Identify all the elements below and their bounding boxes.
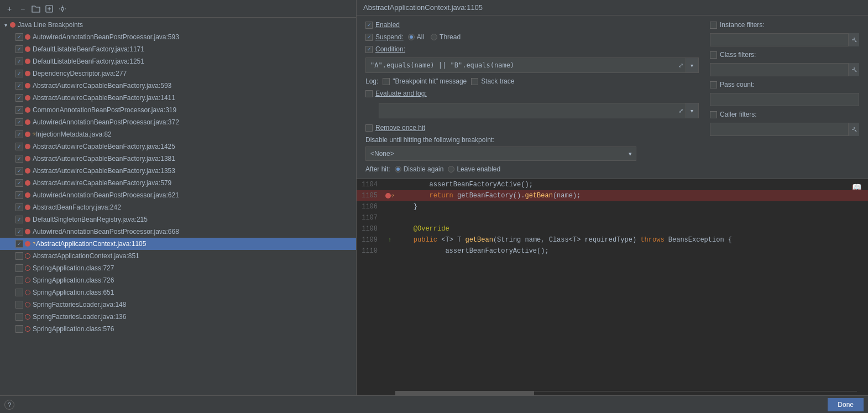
breakpoint-hit-label[interactable]: "Breakpoint hit" message — [383, 77, 467, 85]
tree-item-checkbox[interactable]: ✓ — [15, 118, 23, 126]
evaluate-checkbox[interactable] — [365, 90, 373, 97]
stack-trace-checkbox[interactable] — [471, 78, 478, 85]
condition-checkbox[interactable]: ✓ — [365, 46, 373, 53]
caller-filter-input[interactable] — [710, 123, 859, 136]
tree-item-checkbox[interactable]: ✓ — [15, 33, 23, 41]
tree-item[interactable]: ✓AbstractBeanFactory.java:242 — [0, 201, 356, 213]
tree-item-checkbox[interactable]: ✓ — [15, 82, 23, 90]
class-filter-input[interactable] — [710, 63, 859, 76]
enabled-checkbox[interactable]: ✓ — [365, 22, 373, 29]
caller-filter-checkbox[interactable] — [710, 111, 717, 118]
tree-item-checkbox[interactable]: ✓ — [15, 191, 23, 199]
tree-item-checkbox[interactable] — [15, 301, 23, 309]
tree-item[interactable]: ✓AbstractAutowireCapableBeanFactory.java… — [0, 153, 356, 165]
tree-item-checkbox[interactable]: ✓ — [15, 57, 23, 65]
condition-expand-button[interactable]: ⤢ — [678, 62, 683, 69]
help-button[interactable]: ? — [4, 400, 14, 410]
tree-item-checkbox[interactable]: ✓ — [15, 216, 23, 223]
tree-item[interactable]: AbstractApplicationContext.java:851 — [0, 250, 356, 262]
tree-item[interactable]: ✓CommonAnnotationBeanPostProcessor.java:… — [0, 104, 356, 116]
disable-again-label[interactable]: Disable again — [395, 165, 444, 173]
suspend-checkbox-label[interactable]: ✓ Suspend: — [365, 33, 404, 41]
breakpoint-hit-checkbox[interactable] — [383, 78, 390, 85]
tree-item[interactable]: SpringApplication.class:726 — [0, 274, 356, 286]
pass-count-input[interactable] — [710, 93, 859, 106]
tree-item[interactable]: ✓AutowiredAnnotationBeanPostProcessor.ja… — [0, 116, 356, 128]
disable-again-radio[interactable] — [395, 166, 401, 172]
tree-item-checkbox[interactable]: ✓ — [15, 70, 23, 77]
tree-item-checkbox[interactable] — [15, 264, 23, 272]
disable-select[interactable]: <None> — [365, 147, 636, 161]
caller-filter-button[interactable] — [848, 123, 859, 136]
tree-item[interactable]: ✓AbstractAutowireCapableBeanFactory.java… — [0, 177, 356, 189]
tree-item-checkbox[interactable]: ✓ — [15, 167, 23, 175]
leave-enabled-label[interactable]: Leave enabled — [448, 165, 500, 173]
tree-item[interactable]: ✓DefaultListableBeanFactory.java:1251 — [0, 55, 356, 67]
tree-item[interactable]: ✓AbstractAutowireCapableBeanFactory.java… — [0, 165, 356, 177]
tree-item[interactable]: SpringApplication.class:727 — [0, 262, 356, 274]
instance-filter-checkbox-label[interactable]: Instance filters: — [710, 21, 765, 29]
enabled-checkbox-label[interactable]: ✓ Enabled — [365, 21, 400, 29]
tree-item[interactable]: SpringFactoriesLoader.java:136 — [0, 311, 356, 323]
settings-button[interactable] — [57, 4, 67, 14]
folder-button[interactable] — [31, 4, 41, 14]
tree-item-checkbox[interactable] — [15, 252, 23, 260]
tree-item-checkbox[interactable]: ✓ — [15, 130, 23, 138]
tree-item-checkbox[interactable]: ✓ — [15, 45, 23, 53]
add-button[interactable]: + — [4, 4, 14, 14]
tree-item-checkbox[interactable]: ✓ — [15, 94, 23, 102]
leave-enabled-radio[interactable] — [448, 166, 454, 172]
tree-item-checkbox[interactable] — [15, 276, 23, 284]
tree-item[interactable]: SpringApplication.class:576 — [0, 323, 356, 335]
instance-filter-input[interactable] — [710, 33, 859, 46]
thread-radio-label[interactable]: Thread — [431, 33, 461, 41]
tree-item-checkbox[interactable]: ✓ — [15, 240, 23, 248]
evaluate-expand-button[interactable]: ⤢ — [678, 107, 683, 114]
tree-root-item[interactable]: ▾ Java Line Breakpoints — [0, 19, 356, 31]
tree-item[interactable]: SpringApplication.class:651 — [0, 286, 356, 299]
tree-item[interactable]: ✓DefaultSingletonBeanRegistry.java:215 — [0, 213, 356, 226]
tree-item-checkbox[interactable]: ✓ — [15, 203, 23, 211]
remove-once-checkbox[interactable] — [365, 124, 373, 132]
tree-item[interactable]: ✓DefaultListableBeanFactory.java:1171 — [0, 43, 356, 55]
evaluate-dropdown-button[interactable]: ▾ — [686, 103, 698, 118]
tree-item[interactable]: ✓AbstractAutowireCapableBeanFactory.java… — [0, 140, 356, 153]
evaluate-input[interactable] — [379, 103, 699, 118]
suspend-checkbox[interactable]: ✓ — [365, 34, 373, 41]
tree-item[interactable]: ✓AbstractAutowireCapableBeanFactory.java… — [0, 92, 356, 104]
class-filter-checkbox-label[interactable]: Class filters: — [710, 51, 756, 59]
class-filter-checkbox[interactable] — [710, 51, 717, 59]
pass-count-checkbox-label[interactable]: Pass count: — [710, 81, 755, 88]
tree-item[interactable]: ✓?InjectionMetadata.java:82 — [0, 128, 356, 140]
tree-item-checkbox[interactable]: ✓ — [15, 179, 23, 187]
tree-item-checkbox[interactable] — [15, 289, 23, 296]
class-filter-button[interactable] — [848, 63, 859, 76]
all-radio-label[interactable]: All — [408, 33, 424, 41]
tree-item-checkbox[interactable]: ✓ — [15, 228, 23, 236]
tree-item[interactable]: ✓DependencyDescriptor.java:277 — [0, 67, 356, 80]
tree-item-checkbox[interactable]: ✓ — [15, 106, 23, 114]
done-button[interactable]: Done — [828, 398, 864, 411]
instance-filter-checkbox[interactable] — [710, 22, 717, 29]
remove-once-checkbox-label[interactable]: Remove once hit — [365, 124, 425, 132]
tree-item[interactable]: ✓AutowiredAnnotationBeanPostProcessor.ja… — [0, 189, 356, 201]
evaluate-checkbox-label[interactable]: Evaluate and log: — [365, 90, 427, 97]
tree-item-checkbox[interactable] — [15, 325, 23, 333]
condition-dropdown-button[interactable]: ▾ — [686, 58, 698, 72]
tree-item[interactable]: ✓AbstractAutowireCapableBeanFactory.java… — [0, 80, 356, 92]
caller-filter-checkbox-label[interactable]: Caller filters: — [710, 111, 757, 118]
all-radio[interactable] — [408, 34, 415, 40]
condition-input[interactable] — [365, 57, 699, 73]
instance-filter-button[interactable] — [848, 33, 859, 46]
tree-item[interactable]: SpringFactoriesLoader.java:148 — [0, 299, 356, 311]
tree-item[interactable]: ✓?AbstractApplicationContext.java:1105 — [0, 238, 356, 250]
export-button[interactable] — [44, 4, 54, 14]
tree-item-checkbox[interactable] — [15, 313, 23, 321]
condition-checkbox-label[interactable]: ✓ Condition: — [365, 45, 405, 53]
pass-count-checkbox[interactable] — [710, 81, 717, 88]
stack-trace-label[interactable]: Stack trace — [471, 77, 514, 85]
thread-radio[interactable] — [431, 34, 437, 40]
tree-item[interactable]: ✓AutowiredAnnotationBeanPostProcessor.ja… — [0, 31, 356, 43]
remove-button[interactable]: − — [18, 4, 28, 14]
tree-item-checkbox[interactable]: ✓ — [15, 143, 23, 150]
